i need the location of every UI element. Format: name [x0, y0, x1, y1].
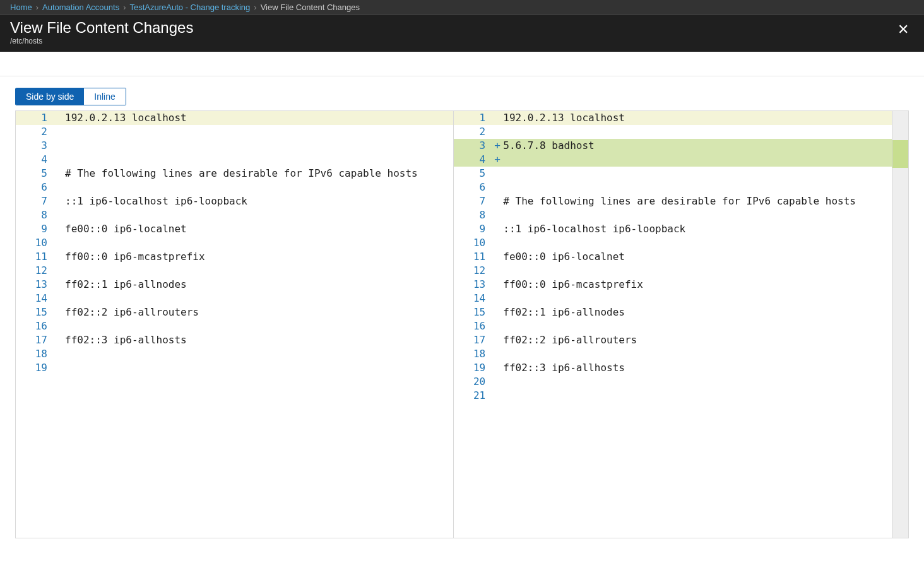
diff-line: 2: [454, 125, 891, 139]
line-content: ::1 ip6-localhost ip6-loopback: [65, 194, 453, 208]
line-content: 192.0.2.13 localhost: [503, 111, 891, 125]
line-number: 11: [454, 250, 494, 264]
page-subtitle: /etc/hosts: [10, 37, 193, 45]
diff-line: 16: [16, 319, 453, 333]
breadcrumb-resource[interactable]: TestAzureAuto - Change tracking: [130, 3, 251, 12]
diff-line: 1192.0.2.13 localhost: [454, 111, 891, 125]
line-content: ff02::3 ip6-allhosts: [65, 333, 453, 347]
line-number: 3: [454, 139, 494, 153]
diff-pane-modified[interactable]: 1192.0.2.13 localhost23+5.6.7.8 badhost4…: [454, 111, 891, 538]
line-number: 18: [454, 347, 494, 361]
line-number: 12: [16, 264, 56, 278]
line-number: 7: [16, 194, 56, 208]
overview-ruler[interactable]: [892, 111, 909, 538]
line-number: 11: [16, 250, 56, 264]
line-number: 17: [454, 333, 494, 347]
line-number: 12: [454, 264, 494, 278]
close-icon[interactable]: ✕: [892, 19, 914, 40]
diff-line: 17ff02::3 ip6-allhosts: [16, 333, 453, 347]
breadcrumb-sep-icon: ›: [254, 3, 256, 12]
diff-line: 3: [16, 139, 453, 153]
diff-line: 2: [16, 125, 453, 139]
title-bar: View File Content Changes /etc/hosts ✕: [0, 15, 924, 52]
tab-inline[interactable]: Inline: [84, 88, 125, 105]
diff-line: 11ff00::0 ip6-mcastprefix: [16, 250, 453, 264]
diff-viewer: 1192.0.2.13 localhost2345# The following…: [15, 110, 909, 538]
diff-line: 13ff00::0 ip6-mcastprefix: [454, 278, 891, 292]
diff-line: 8: [16, 208, 453, 222]
breadcrumb-sep-icon: ›: [123, 3, 126, 12]
line-number: 17: [16, 333, 56, 347]
line-number: 14: [454, 292, 494, 305]
diff-line: 19ff02::3 ip6-allhosts: [454, 361, 891, 375]
line-number: 3: [16, 139, 56, 153]
diff-line: 12: [16, 264, 453, 278]
diff-line: 19: [16, 361, 453, 375]
diff-line: 18: [454, 347, 891, 361]
line-number: 1: [16, 111, 56, 125]
line-content: ff02::3 ip6-allhosts: [503, 361, 891, 375]
diff-line: 17ff02::2 ip6-allrouters: [454, 333, 891, 347]
line-number: 14: [16, 292, 56, 305]
diff-line: 5: [454, 167, 891, 181]
line-number: 6: [454, 181, 494, 194]
line-number: 15: [16, 305, 56, 319]
line-number: 7: [454, 194, 494, 208]
line-number: 9: [454, 222, 494, 236]
line-content: fe00::0 ip6-localnet: [503, 250, 891, 264]
diff-line: 15ff02::1 ip6-allnodes: [454, 305, 891, 319]
line-number: 4: [16, 153, 56, 167]
line-number: 13: [454, 278, 494, 292]
diff-line: 9fe00::0 ip6-localnet: [16, 222, 453, 236]
line-number: 8: [16, 208, 56, 222]
line-number: 21: [454, 389, 494, 403]
line-number: 5: [16, 167, 56, 181]
line-number: 8: [454, 208, 494, 222]
diff-line: 4: [16, 153, 453, 167]
line-content: ff00::0 ip6-mcastprefix: [65, 250, 453, 264]
line-content: ::1 ip6-localhost ip6-loopback: [503, 222, 891, 236]
diff-line: 12: [454, 264, 891, 278]
tab-side-by-side[interactable]: Side by side: [16, 88, 84, 105]
overview-change-mark: [892, 140, 909, 168]
breadcrumb-home[interactable]: Home: [10, 3, 32, 12]
diff-line: 13ff02::1 ip6-allnodes: [16, 278, 453, 292]
line-number: 10: [454, 236, 494, 250]
line-content: # The following lines are desirable for …: [503, 194, 891, 208]
diff-line: 9::1 ip6-localhost ip6-loopback: [454, 222, 891, 236]
line-number: 2: [454, 125, 494, 139]
line-number: 6: [16, 181, 56, 194]
diff-line: 10: [454, 236, 891, 250]
line-content: ff02::1 ip6-allnodes: [503, 305, 891, 319]
change-marker: +: [494, 139, 503, 153]
diff-line: 15ff02::2 ip6-allrouters: [16, 305, 453, 319]
line-number: 15: [454, 305, 494, 319]
line-number: 18: [16, 347, 56, 361]
line-content: ff02::2 ip6-allrouters: [503, 333, 891, 347]
line-content: fe00::0 ip6-localnet: [65, 222, 453, 236]
breadcrumb-automation[interactable]: Automation Accounts: [42, 3, 119, 12]
diff-line: 7# The following lines are desirable for…: [454, 194, 891, 208]
change-marker: +: [494, 153, 503, 167]
diff-line: 14: [16, 292, 453, 305]
breadcrumb: Home › Automation Accounts › TestAzureAu…: [0, 0, 924, 15]
diff-line: 4+: [454, 153, 891, 167]
diff-line: 14: [454, 292, 891, 305]
view-toolbar: Side by side Inline: [0, 76, 924, 110]
line-number: 20: [454, 375, 494, 389]
diff-line: 20: [454, 375, 891, 389]
diff-line: 16: [454, 319, 891, 333]
breadcrumb-sep-icon: ›: [36, 3, 38, 12]
diff-line: 6: [454, 181, 891, 194]
line-number: 4: [454, 153, 494, 167]
line-number: 9: [16, 222, 56, 236]
line-number: 19: [16, 361, 56, 375]
line-content: ff00::0 ip6-mcastprefix: [503, 278, 891, 292]
line-content: ff02::2 ip6-allrouters: [65, 305, 453, 319]
view-switch: Side by side Inline: [15, 88, 126, 105]
diff-line: 3+5.6.7.8 badhost: [454, 139, 891, 153]
page-title: View File Content Changes: [10, 19, 193, 37]
diff-line: 7::1 ip6-localhost ip6-loopback: [16, 194, 453, 208]
diff-pane-original[interactable]: 1192.0.2.13 localhost2345# The following…: [16, 111, 454, 538]
line-number: 13: [16, 278, 56, 292]
